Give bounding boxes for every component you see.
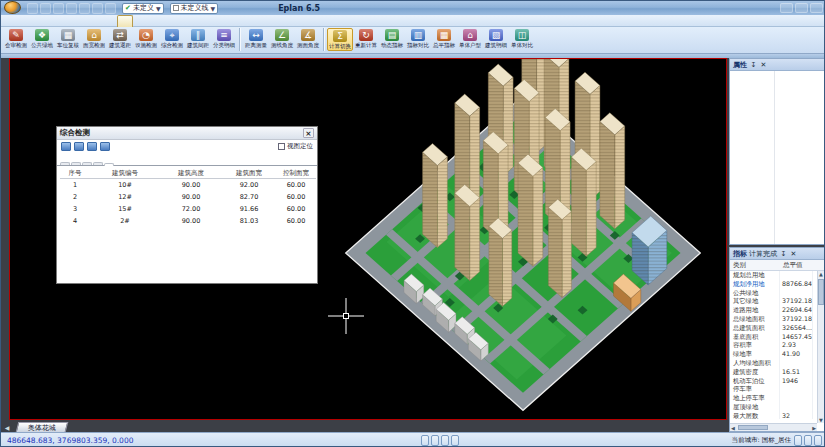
menu-item[interactable] bbox=[161, 15, 175, 27]
unit-type-button[interactable]: ⌂ 单体户型 bbox=[457, 28, 483, 51]
save-icon[interactable] bbox=[53, 3, 64, 14]
menu-item[interactable] bbox=[245, 15, 259, 27]
menu-item[interactable] bbox=[19, 15, 33, 27]
audit-check-button[interactable]: ✎ 会审检测 bbox=[3, 28, 29, 49]
minimize-button[interactable] bbox=[780, 3, 793, 13]
indicator-row[interactable]: 规划总用地 bbox=[730, 271, 824, 280]
layer-combo[interactable]: ✔ 未定义 ▼ bbox=[122, 3, 164, 14]
scroll-right-icon[interactable]: ▶ bbox=[812, 425, 816, 431]
indicator-row[interactable]: 规划净用地 88766.84 bbox=[730, 280, 824, 289]
unit-compare-button[interactable]: ◫ 单体对比 bbox=[509, 28, 535, 51]
print-icon[interactable] bbox=[100, 142, 110, 151]
vertical-scrollbar[interactable]: ▲ ▼ bbox=[817, 271, 824, 423]
indicator-compare-button[interactable]: ▥ 指标对比 bbox=[405, 28, 431, 51]
distance-measure-button[interactable]: ↔ 距离测量 bbox=[243, 28, 269, 49]
menu-item[interactable] bbox=[175, 15, 189, 27]
menu-item[interactable] bbox=[89, 15, 103, 27]
menu-item[interactable] bbox=[217, 15, 231, 27]
indicator-row[interactable]: 道路用地 22694.64 bbox=[730, 306, 824, 315]
indicator-row[interactable]: 屋顶绿地 bbox=[730, 403, 824, 412]
menu-item[interactable] bbox=[189, 15, 203, 27]
indicator-row[interactable]: 最大层数 32 bbox=[730, 412, 824, 419]
indicator-row[interactable]: 公共绿地 bbox=[730, 289, 824, 298]
indicator-row[interactable]: 绿地率 41.90 bbox=[730, 350, 824, 359]
print-icon[interactable] bbox=[105, 3, 116, 14]
building-spacing-button[interactable]: ∥ 建筑间距 bbox=[185, 28, 211, 49]
drawing-tab[interactable]: 奥体花城 bbox=[16, 422, 68, 432]
checkbox-icon[interactable] bbox=[278, 143, 285, 150]
scroll-down-icon[interactable]: ▼ bbox=[818, 417, 824, 423]
scroll-left-icon[interactable]: ◀ bbox=[731, 425, 735, 431]
tab-nav-left-icon[interactable]: ◀ bbox=[1, 423, 13, 432]
comprehensive-check-button[interactable]: ⌖ 综合检测 bbox=[159, 28, 185, 49]
scrollbar-thumb[interactable] bbox=[738, 425, 768, 430]
status-button[interactable] bbox=[804, 435, 812, 446]
menu-item[interactable] bbox=[259, 15, 273, 27]
mode-toggle-button[interactable] bbox=[441, 435, 449, 446]
table-row[interactable]: 3 15# 72.00 91.66 60.00 bbox=[60, 203, 316, 215]
face-angle-button[interactable]: ∡ 测面角度 bbox=[295, 28, 321, 49]
parking-recheck-button[interactable]: ▦ 车位复核 bbox=[55, 28, 81, 49]
facility-check-button[interactable]: ◔ 设施检测 bbox=[133, 28, 159, 49]
refresh-icon[interactable] bbox=[61, 142, 71, 151]
building-setback-button[interactable]: ⇄ 建筑退距 bbox=[107, 28, 133, 49]
close-icon[interactable]: ✕ bbox=[759, 61, 768, 69]
maximize-button[interactable] bbox=[795, 3, 808, 13]
close-icon[interactable]: × bbox=[303, 128, 314, 138]
indicator-row[interactable]: 地上停车率 bbox=[730, 394, 824, 403]
indicator-row[interactable]: 人均绿地面积 bbox=[730, 359, 824, 368]
indicator-row[interactable]: 总建筑面积 326564... bbox=[730, 324, 824, 333]
menu-item[interactable] bbox=[231, 15, 245, 27]
pin-icon[interactable]: ↧ bbox=[779, 250, 788, 258]
indicator-row[interactable]: 基底面积 14657.45 bbox=[730, 333, 824, 342]
dialog-tab[interactable] bbox=[71, 162, 81, 165]
dialog-tab[interactable] bbox=[60, 162, 70, 165]
menu-item[interactable] bbox=[47, 15, 61, 27]
status-button[interactable] bbox=[794, 435, 802, 446]
new-icon[interactable] bbox=[27, 3, 38, 14]
pin-icon[interactable]: ↧ bbox=[749, 61, 758, 69]
public-green-button[interactable]: ❖ 公共绿地 bbox=[29, 28, 55, 49]
calc-switch-button[interactable]: Σ 计算切换 bbox=[327, 28, 353, 51]
menu-item[interactable] bbox=[147, 15, 161, 27]
indicator-row[interactable]: 总绿地面积 37192.18 bbox=[730, 315, 824, 324]
facade-width-check-button[interactable]: ⌂ 面宽检测 bbox=[81, 28, 107, 49]
category-detail-button[interactable]: ≡ 分类明细 bbox=[211, 28, 237, 49]
table-icon[interactable] bbox=[87, 142, 97, 151]
indicator-row[interactable]: 容积率 2.93 bbox=[730, 341, 824, 350]
indicator-row[interactable]: 停车率 bbox=[730, 385, 824, 394]
recalculate-button[interactable]: ↻ 重新计算 bbox=[353, 28, 379, 51]
dialog-tab[interactable] bbox=[93, 162, 103, 165]
indicator-row[interactable]: 其它绿地 37192.18 bbox=[730, 297, 824, 306]
scrollbar-thumb[interactable] bbox=[818, 279, 824, 305]
menu-item[interactable] bbox=[61, 15, 75, 27]
mode-toggle-button[interactable] bbox=[451, 435, 459, 446]
horizontal-scrollbar[interactable]: ◀ ▶ bbox=[730, 423, 817, 431]
menu-item[interactable] bbox=[33, 15, 47, 27]
view-locate-checkbox[interactable]: 视图定位 bbox=[278, 142, 313, 151]
table-row[interactable]: 1 10# 90.00 92.00 60.00 bbox=[60, 179, 316, 191]
export-icon[interactable] bbox=[74, 142, 84, 151]
line-angle-button[interactable]: ∠ 测线角度 bbox=[269, 28, 295, 49]
menu-item[interactable] bbox=[203, 15, 217, 27]
table-row[interactable]: 4 2# 90.00 81.03 60.00 bbox=[60, 215, 316, 227]
dialog-tab[interactable] bbox=[82, 162, 92, 165]
app-logo-icon[interactable] bbox=[4, 1, 21, 14]
indicator-row[interactable]: 机动车泊位 1946 bbox=[730, 377, 824, 386]
redo-icon[interactable] bbox=[92, 3, 103, 14]
dialog-title-bar[interactable]: 综合检测 × bbox=[57, 127, 317, 140]
dialog-tab[interactable] bbox=[104, 163, 114, 166]
building-detail-button[interactable]: ▧ 建筑明细 bbox=[483, 28, 509, 51]
table-row[interactable]: 2 12# 90.00 82.70 60.00 bbox=[60, 191, 316, 203]
undo-icon[interactable] bbox=[79, 3, 90, 14]
linetype-combo[interactable]: 未定义线 ▼ bbox=[170, 3, 219, 14]
status-button[interactable] bbox=[814, 435, 822, 446]
menu-item[interactable] bbox=[103, 15, 117, 27]
siteplan-indicator-button[interactable]: ▦ 总平指标 bbox=[431, 28, 457, 51]
mode-toggle-button[interactable] bbox=[421, 435, 429, 446]
mode-toggle-button[interactable] bbox=[431, 435, 439, 446]
close-icon[interactable]: ✕ bbox=[789, 250, 798, 258]
copy-icon[interactable] bbox=[66, 3, 77, 14]
menu-item[interactable] bbox=[117, 15, 133, 27]
indicator-row[interactable]: 建筑密度 16.51 bbox=[730, 368, 824, 377]
